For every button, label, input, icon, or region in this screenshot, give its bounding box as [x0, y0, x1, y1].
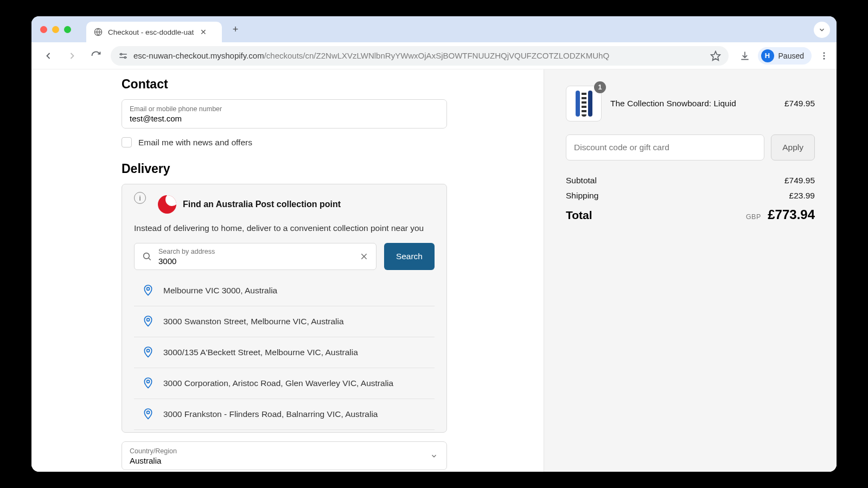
total-value: £773.94 — [768, 207, 815, 222]
menu-icon[interactable] — [819, 51, 829, 61]
order-summary: 1 The Collection Snowboard: Liquid £749.… — [544, 69, 837, 472]
page-content: Contact Email or mobile phone number Ema… — [31, 69, 837, 472]
svg-point-4 — [824, 52, 825, 54]
tab-title: Checkout - esc-doddle-uat — [108, 28, 194, 36]
profile-status: Paused — [778, 52, 804, 60]
contact-heading: Contact — [122, 77, 447, 92]
profile-avatar: H — [761, 49, 774, 62]
svg-line-8 — [149, 258, 151, 260]
svg-point-6 — [824, 57, 825, 59]
forward-button[interactable] — [63, 47, 81, 65]
news-offers-row[interactable]: Email me with news and offers — [122, 137, 447, 147]
result-text: 3000 Corporation, Aristoc Road, Glen Wav… — [163, 378, 393, 388]
quantity-badge: 1 — [594, 81, 606, 93]
downloads-icon[interactable] — [739, 50, 750, 61]
country-label: Country/Region — [130, 447, 439, 455]
discount-input[interactable] — [566, 134, 764, 160]
chevron-down-icon — [430, 452, 438, 460]
panel-description: Instead of delivering to home, deliver t… — [134, 223, 435, 233]
shipping-label: Shipping — [566, 191, 598, 201]
svg-point-11 — [147, 287, 150, 290]
collection-point-panel: i Find an Australia Post collection poin… — [122, 184, 447, 433]
url-text: esc-nuwan-checkout.myshopify.com/checkou… — [133, 51, 705, 60]
currency-label: GBP — [746, 213, 761, 221]
location-pin-icon — [143, 408, 154, 421]
panel-title: Find an Australia Post collection point — [183, 200, 341, 209]
news-label: Email me with news and offers — [138, 138, 252, 147]
result-item[interactable]: Melbourne VIC 3000, Australia — [134, 275, 435, 306]
close-window-icon[interactable] — [40, 26, 47, 33]
svg-point-15 — [147, 411, 150, 414]
search-input[interactable] — [158, 256, 354, 266]
window-controls — [40, 26, 71, 33]
email-label: Email or mobile phone number — [130, 105, 439, 113]
location-pin-icon — [143, 346, 154, 359]
svg-point-1 — [120, 53, 122, 55]
svg-point-14 — [147, 380, 150, 383]
new-tab-button[interactable]: + — [227, 21, 244, 37]
location-pin-icon — [143, 284, 154, 297]
product-price: £749.95 — [784, 99, 815, 108]
tab-list-dropdown[interactable] — [814, 22, 830, 38]
shipping-value: £23.99 — [789, 191, 815, 201]
info-icon: i — [134, 192, 146, 204]
checkout-form: Contact Email or mobile phone number Ema… — [31, 69, 544, 472]
location-pin-icon — [143, 377, 154, 390]
country-value: Australia — [130, 456, 439, 465]
result-text: 3000 Swanston Street, Melbourne VIC, Aus… — [163, 317, 344, 326]
cart-item: 1 The Collection Snowboard: Liquid £749.… — [566, 86, 815, 121]
profile-chip[interactable]: H Paused — [758, 47, 812, 65]
result-item[interactable]: 3000/135 A'Beckett Street, Melbourne VIC… — [134, 337, 435, 368]
minimize-window-icon[interactable] — [52, 26, 59, 33]
tab-bar: Checkout - esc-doddle-uat ✕ + — [31, 16, 837, 42]
search-button[interactable]: Search — [384, 243, 435, 270]
result-text: 3000 Frankston - Flinders Road, Balnarri… — [163, 409, 378, 419]
result-item[interactable]: 3000 Frankston - Flinders Road, Balnarri… — [134, 399, 435, 430]
bookmark-icon[interactable] — [710, 50, 721, 61]
country-select[interactable]: Country/Region Australia — [122, 441, 447, 470]
search-results: Melbourne VIC 3000, Australia 3000 Swans… — [134, 275, 435, 430]
search-label: Search by address — [158, 248, 354, 255]
subtotal-label: Subtotal — [566, 176, 597, 185]
svg-point-13 — [147, 349, 150, 352]
delivery-heading: Delivery — [122, 162, 447, 176]
result-item[interactable]: 3000 Swanston Street, Melbourne VIC, Aus… — [134, 306, 435, 337]
australia-post-logo-icon — [158, 195, 176, 214]
svg-point-5 — [824, 55, 825, 56]
address-bar: esc-nuwan-checkout.myshopify.com/checkou… — [31, 42, 837, 69]
subtotal-row: Subtotal £749.95 — [566, 176, 815, 185]
tab-checkout[interactable]: Checkout - esc-doddle-uat ✕ — [86, 22, 222, 42]
total-row: Total GBP £773.94 — [566, 207, 815, 222]
back-button[interactable] — [39, 47, 58, 65]
svg-marker-3 — [711, 51, 720, 60]
location-pin-icon — [143, 315, 154, 328]
browser-window: Checkout - esc-doddle-uat ✕ + esc-nuwan-… — [31, 16, 837, 472]
svg-point-12 — [147, 318, 150, 321]
reload-button[interactable] — [87, 47, 105, 65]
search-address-field[interactable]: Search by address — [134, 243, 376, 270]
email-input[interactable] — [130, 114, 439, 123]
apply-button[interactable]: Apply — [771, 134, 815, 160]
close-tab-icon[interactable]: ✕ — [199, 28, 208, 36]
email-field[interactable]: Email or mobile phone number — [122, 99, 447, 129]
total-label: Total — [566, 209, 592, 222]
product-name: The Collection Snowboard: Liquid — [610, 99, 776, 108]
search-icon — [142, 252, 152, 261]
clear-search-icon[interactable] — [360, 252, 368, 261]
svg-point-2 — [124, 56, 126, 58]
result-text: 3000/135 A'Beckett Street, Melbourne VIC… — [163, 348, 358, 357]
result-item[interactable]: 3000 Corporation, Aristoc Road, Glen Wav… — [134, 368, 435, 399]
maximize-window-icon[interactable] — [64, 26, 71, 33]
shipping-row: Shipping £23.99 — [566, 191, 815, 201]
subtotal-value: £749.95 — [784, 176, 815, 185]
news-checkbox[interactable] — [122, 137, 132, 147]
globe-icon — [94, 28, 103, 36]
url-field[interactable]: esc-nuwan-checkout.myshopify.com/checkou… — [111, 46, 729, 66]
svg-point-7 — [144, 253, 150, 259]
site-settings-icon[interactable] — [118, 51, 128, 61]
result-text: Melbourne VIC 3000, Australia — [163, 286, 277, 296]
